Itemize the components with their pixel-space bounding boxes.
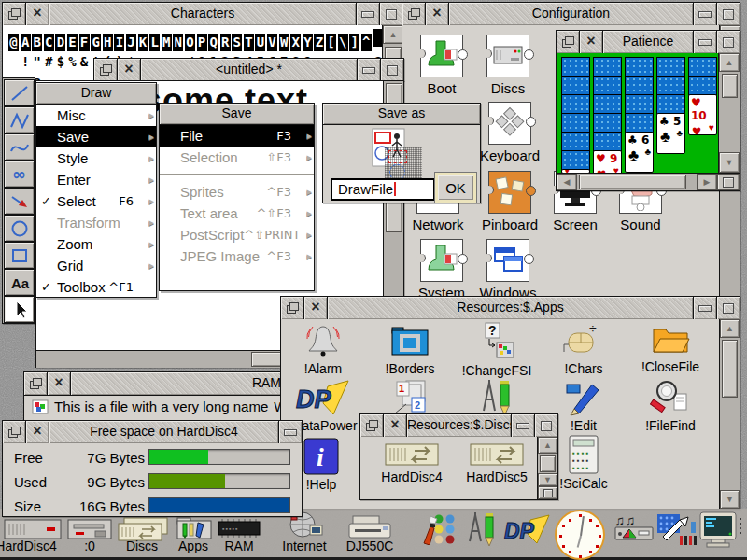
iconbar-label[interactable]: HardDisc4 [0,539,69,553]
card-column[interactable]: ♥ 10♥♥ [688,53,717,173]
card-face[interactable]: ♥ 10♥♥ [688,94,717,135]
back-button[interactable] [3,421,26,443]
iconise-button[interactable] [693,31,716,53]
filename-field[interactable]: DrawFile [331,178,435,201]
menu-item-toolbox[interactable]: ✓Toolbox^F1 [36,276,156,298]
card-column[interactable]: ♣ 5♣♣ [656,53,685,173]
patience-hscrollbar[interactable]: ◀ ▶ [557,173,740,190]
back-button[interactable] [3,3,26,25]
iconbar-music[interactable]: ♫♫ [613,512,655,548]
config-item-boot[interactable]: Boot [404,35,479,96]
patience-titlebar[interactable]: × Patience [557,31,740,53]
back-button[interactable] [402,3,426,25]
untitled-titlebar[interactable]: × <untitled> * [94,59,403,81]
config-item-discs[interactable]: Discs [471,35,545,96]
config-item-pinboard[interactable]: Pinboard [472,171,547,232]
menu-item-select[interactable]: ✓SelectF6▸ [36,190,156,212]
tool-polyline[interactable] [4,106,35,133]
back-button[interactable] [281,297,304,319]
iconbar-mixer[interactable] [655,512,698,550]
scroll-up-button[interactable]: ▲ [383,25,403,44]
app-changefsi[interactable]: ? !ChangeFSI [458,322,536,378]
app-draw[interactable] [458,379,536,418]
iconbar-label[interactable]: DJ550C [344,539,396,553]
toggle-size-button[interactable] [380,59,403,81]
iconbar-datapower[interactable]: DP [502,513,553,549]
tool-line[interactable] [4,79,35,106]
iconise-button[interactable] [511,414,534,437]
close-button[interactable]: × [26,421,49,443]
scroll-left-button[interactable]: ◀ [557,174,577,190]
tool-ellipse[interactable] [4,215,35,242]
scroll-down-button[interactable]: ▼ [538,473,557,486]
iconise-button[interactable] [693,297,716,319]
app-filefind[interactable]: !FileFind [631,379,710,433]
iconbar-clock[interactable] [555,510,605,560]
close-button[interactable]: × [384,414,407,437]
scroll-down-button[interactable]: ▼ [719,152,740,173]
toggle-size-button[interactable] [534,414,557,437]
file-item[interactable]: This is a file with a very long name WR [32,399,297,414]
freespace-titlebar[interactable]: × Free space on HardDisc4 [3,421,302,443]
close-button[interactable]: × [426,3,449,25]
menu-item-selection[interactable]: Selection⇧F3▸ [160,147,314,168]
card-face[interactable]: ♣ 6♣♣ [625,132,654,173]
card-column[interactable]: ♥ 9♥♥ [593,53,622,173]
iconise-button[interactable] [356,3,379,25]
menu-item-zoom[interactable]: Zoom▸ [36,233,156,255]
tool-curve[interactable] [4,133,35,161]
iconbar-label[interactable]: Internet [278,539,331,553]
scroll-slider[interactable] [579,175,686,189]
card-face[interactable]: ♣ 5♣♣ [656,113,685,154]
menu-item-enter[interactable]: Enter▸ [36,169,156,190]
iconbar-label[interactable]: Discs [114,539,170,553]
iconbar-label[interactable]: RAM [213,539,265,553]
ram-window-titlebar[interactable]: × RAM [23,371,286,396]
resize-handle[interactable] [717,174,740,190]
back-button[interactable] [24,372,48,395]
tool-move-point[interactable] [4,188,35,215]
scroll-up-button[interactable]: ▲ [538,437,557,454]
scroll-slider[interactable] [540,455,556,472]
card-face[interactable]: ♥ 9♥♥ [593,150,622,173]
iconbar-label[interactable]: Apps [172,539,215,553]
scroll-right-button[interactable]: ▶ [697,174,717,190]
patience-vscrollbar[interactable]: ▲ ▼ [718,53,740,173]
card-column[interactable]: ♣ 6♣♣ [625,53,654,173]
configuration-titlebar[interactable]: × Configuration [402,3,740,25]
iconise-button[interactable] [357,59,380,81]
drive-harddisc4[interactable]: HardDisc4 [374,441,450,484]
toggle-size-button[interactable] [379,3,402,25]
app-chars[interactable]: ÷ !Chars [544,322,623,376]
close-button[interactable]: × [304,297,328,319]
toggle-size-button[interactable] [716,297,740,319]
scroll-slider[interactable] [722,74,738,98]
menu-item-grid[interactable]: Grid▸ [36,255,156,276]
app-pages[interactable]: 12 [371,379,449,418]
back-button[interactable] [94,59,118,81]
dialog-title[interactable]: Save as [323,104,480,125]
tool-text[interactable]: Aa [4,269,35,296]
config-item-system[interactable]: System [404,239,479,301]
ram-titlebar[interactable]: × RAM [24,372,285,395]
config-item-windows[interactable]: Windows [471,239,545,301]
tool-rectangle[interactable] [4,242,35,269]
config-item-keyboard[interactable]: Keyboard [472,102,547,163]
menu-item-style[interactable]: Style▸ [36,147,156,169]
iconbar-paint[interactable] [422,513,463,549]
iconise-button[interactable] [278,421,302,443]
scroll-down-button[interactable]: ▼ [720,490,740,509]
scroll-slider[interactable] [722,340,738,398]
ok-button[interactable]: OK [435,173,476,203]
drive-harddisc5[interactable]: HardDisc5 [458,441,535,484]
untitled-titlebar-window[interactable]: × <untitled> * [93,58,404,81]
iconise-button[interactable] [693,3,716,25]
iconbar-label[interactable]: :0 [62,539,118,553]
menu-item-transform[interactable]: Transform▸ [36,212,156,233]
menu-item-save[interactable]: Save▸ [36,126,156,147]
apps-scrollbar[interactable]: ▲ ▼ [719,319,740,509]
back-button[interactable] [360,414,384,437]
tool-closed-curve[interactable]: ∞ [4,161,35,188]
resize-handle[interactable] [538,486,557,499]
app-closefile[interactable]: !CloseFile [631,322,710,374]
